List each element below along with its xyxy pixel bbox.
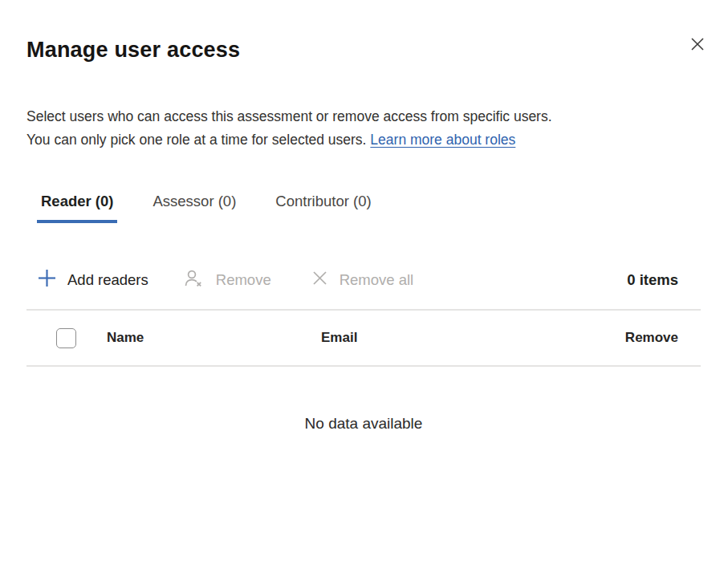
- select-all-checkbox[interactable]: [56, 328, 76, 348]
- tab-reader[interactable]: Reader (0): [37, 189, 117, 223]
- person-remove-icon: [184, 269, 205, 292]
- close-button[interactable]: [687, 34, 708, 55]
- tab-assessor[interactable]: Assessor (0): [148, 189, 240, 223]
- table-header-row: Name Email Remove: [26, 311, 701, 365]
- close-icon: [689, 35, 706, 53]
- remove-button[interactable]: Remove: [184, 269, 271, 292]
- plus-icon: [38, 269, 56, 291]
- remove-all-button[interactable]: Remove all: [311, 270, 414, 291]
- role-tabs: Reader (0) Assessor (0) Contributor (0): [37, 189, 701, 223]
- toolbar: Add readers Remove Remove all: [26, 267, 701, 293]
- add-readers-button[interactable]: Add readers: [38, 269, 148, 291]
- description-line1: Select users who can access this assessm…: [26, 105, 693, 128]
- remove-label: Remove: [216, 271, 271, 289]
- remove-all-label: Remove all: [340, 271, 414, 289]
- page-title: Manage user access: [26, 38, 701, 63]
- learn-more-link[interactable]: Learn more about roles: [370, 132, 515, 148]
- items-count: 0 items: [627, 271, 678, 289]
- column-header-name: Name: [107, 330, 321, 346]
- dialog-description: Select users who can access this assessm…: [26, 105, 693, 152]
- column-header-remove: Remove: [625, 330, 678, 346]
- description-line2: You can only pick one role at a time for…: [26, 128, 693, 152]
- column-header-email: Email: [321, 330, 625, 346]
- tab-contributor[interactable]: Contributor (0): [271, 189, 375, 223]
- add-readers-label: Add readers: [67, 271, 148, 289]
- x-icon: [311, 270, 328, 291]
- header-divider: [26, 365, 701, 367]
- empty-state-message: No data available: [26, 415, 701, 433]
- manage-user-access-dialog: Manage user access Select users who can …: [0, 38, 728, 565]
